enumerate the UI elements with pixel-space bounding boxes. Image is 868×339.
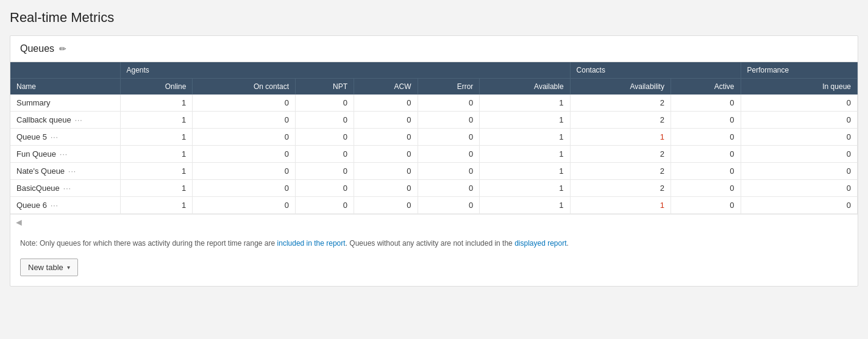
cell-error: 0 <box>418 197 480 214</box>
cell-error: 0 <box>418 180 480 197</box>
row-queue-name: Nate's Queue <box>16 166 65 176</box>
cell-npt: 0 <box>295 112 354 129</box>
col-acw: ACW <box>354 79 418 95</box>
cell-active: 0 <box>671 197 741 214</box>
cell-online: 1 <box>120 146 193 163</box>
cell-npt: 0 <box>295 146 354 163</box>
cell-available: 1 <box>480 95 570 112</box>
table-card-header: Queues ✏ <box>10 36 858 62</box>
cell-availability: 2 <box>570 163 671 180</box>
group-header-row: Agents Contacts Performance <box>10 62 858 79</box>
col-availability: Availability <box>570 79 671 95</box>
cell-on-contact: 0 <box>193 129 296 146</box>
row-menu-icon[interactable]: ··· <box>51 201 59 210</box>
cell-in-queue: 0 <box>741 197 858 214</box>
row-summary-name: Summary <box>10 95 120 112</box>
bottom-actions: New table ▾ <box>10 252 858 286</box>
cell-available: 1 <box>480 146 570 163</box>
cell-acw: 0 <box>354 146 418 163</box>
cell-acw: 0 <box>354 197 418 214</box>
col-on-contact: On contact <box>193 79 296 95</box>
col-name: Name <box>10 79 120 95</box>
group-agents: Agents <box>120 62 570 79</box>
note-link2[interactable]: displayed report <box>514 239 566 248</box>
cell-in-queue: 0 <box>741 129 858 146</box>
cell-on-contact: 0 <box>193 146 296 163</box>
cell-online: 1 <box>120 129 193 146</box>
table-body: Summary100001200Callback queue···1000012… <box>10 95 858 214</box>
cell-availability: 1 <box>570 197 671 214</box>
cell-name: Queue 5··· <box>10 129 120 146</box>
cell-on-contact: 0 <box>193 180 296 197</box>
row-menu-icon[interactable]: ··· <box>60 150 68 159</box>
cell-on-contact: 0 <box>193 197 296 214</box>
cell-availability: 2 <box>570 112 671 129</box>
cell-active: 0 <box>671 112 741 129</box>
cell-error: 0 <box>418 112 480 129</box>
cell-availability: 2 <box>570 95 671 112</box>
cell-online: 1 <box>120 163 193 180</box>
group-name-col <box>10 62 120 79</box>
row-menu-icon[interactable]: ··· <box>68 167 76 176</box>
cell-online: 1 <box>120 180 193 197</box>
table-row: Queue 6···100001100 <box>10 197 858 214</box>
row-queue-name: Queue 6 <box>16 201 47 210</box>
cell-active: 0 <box>671 163 741 180</box>
note-link1[interactable]: included in the report <box>277 239 346 248</box>
table-card: Queues ✏ Agents Contacts Performance Nam… <box>10 35 858 287</box>
table-card-title: Queues <box>20 43 54 54</box>
cell-in-queue: 0 <box>741 163 858 180</box>
table-row: Summary100001200 <box>10 95 858 112</box>
cell-active: 0 <box>671 95 741 112</box>
cell-active: 0 <box>671 129 741 146</box>
cell-name: BasicQueue··· <box>10 180 120 197</box>
col-header-row: Name Online On contact NPT ACW Error Ava… <box>10 79 858 95</box>
cell-name: Fun Queue··· <box>10 146 120 163</box>
table-row: BasicQueue···100001200 <box>10 180 858 197</box>
cell-acw: 0 <box>354 163 418 180</box>
cell-in-queue: 0 <box>741 180 858 197</box>
page-title: Real-time Metrics <box>10 10 858 26</box>
cell-name: Nate's Queue··· <box>10 163 120 180</box>
cell-online: 1 <box>120 197 193 214</box>
dropdown-arrow-icon: ▾ <box>67 264 70 271</box>
cell-on-contact: 0 <box>193 163 296 180</box>
col-npt: NPT <box>295 79 354 95</box>
cell-acw: 0 <box>354 112 418 129</box>
col-available: Available <box>480 79 570 95</box>
row-queue-name: Callback queue <box>16 115 71 124</box>
cell-on-contact: 0 <box>193 112 296 129</box>
table-row: Queue 5···100001100 <box>10 129 858 146</box>
col-error: Error <box>418 79 480 95</box>
group-contacts: Contacts <box>570 62 741 79</box>
cell-available: 1 <box>480 129 570 146</box>
col-online: Online <box>120 79 193 95</box>
table-row: Callback queue···100001200 <box>10 112 858 129</box>
cell-acw: 0 <box>354 129 418 146</box>
table-row: Nate's Queue···100001200 <box>10 163 858 180</box>
cell-availability: 2 <box>570 146 671 163</box>
edit-icon[interactable]: ✏ <box>59 44 66 54</box>
col-in-queue: In queue <box>741 79 858 95</box>
page-wrapper: Real-time Metrics Queues ✏ Agents Contac… <box>0 0 868 339</box>
new-table-button[interactable]: New table ▾ <box>20 259 78 276</box>
note-text-before: Note: Only queues for which there was ac… <box>20 239 277 248</box>
table-scroll: Agents Contacts Performance Name Online … <box>10 62 858 214</box>
row-menu-icon[interactable]: ··· <box>75 116 83 124</box>
cell-online: 1 <box>120 95 193 112</box>
table-row: Fun Queue···100001200 <box>10 146 858 163</box>
cell-npt: 0 <box>295 180 354 197</box>
row-menu-icon[interactable]: ··· <box>51 133 59 141</box>
cell-name: Queue 6··· <box>10 197 120 214</box>
cell-availability: 2 <box>570 180 671 197</box>
note-text-middle: . Queues without any activity are not in… <box>346 239 515 248</box>
cell-error: 0 <box>418 163 480 180</box>
cell-acw: 0 <box>354 180 418 197</box>
cell-error: 0 <box>418 95 480 112</box>
row-menu-icon[interactable]: ··· <box>63 184 71 193</box>
cell-online: 1 <box>120 112 193 129</box>
cell-availability: 1 <box>570 129 671 146</box>
scroll-indicator: ◄ <box>10 214 858 230</box>
group-performance: Performance <box>741 62 858 79</box>
cell-npt: 0 <box>295 197 354 214</box>
